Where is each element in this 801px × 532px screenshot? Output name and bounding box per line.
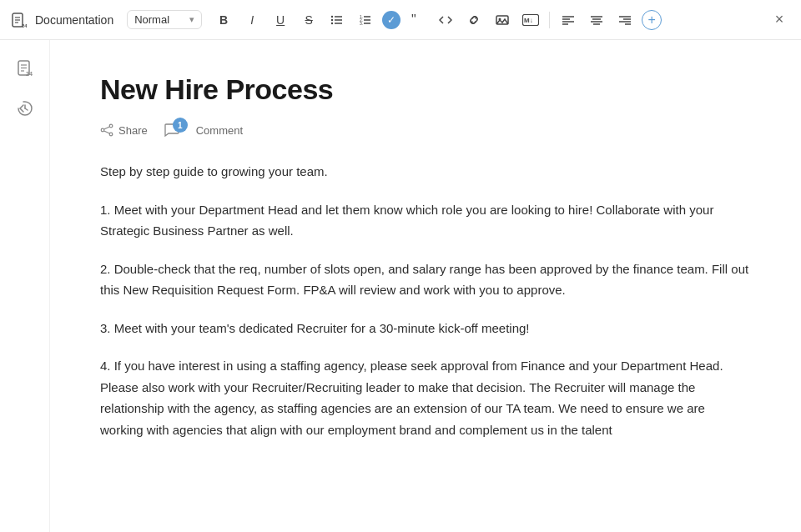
paragraph-4: 3. Meet with your team's dedicated Recru… <box>100 318 751 339</box>
comment-badge: 1 <box>173 118 188 133</box>
toolbar: 24 Documentation Normal ▾ B I U S 1. 2. … <box>0 0 801 40</box>
paragraph-5: 4. If you have interest in using a staff… <box>100 355 751 440</box>
document-icon: 24 <box>10 12 27 28</box>
svg-point-7 <box>331 22 333 23</box>
svg-text:3.: 3. <box>360 20 363 25</box>
svg-text:": " <box>411 13 416 27</box>
main-layout: 24 New Hire Process <box>0 40 801 532</box>
image-button[interactable] <box>491 8 514 32</box>
sidebar-document-icon[interactable]: 24 <box>10 53 40 83</box>
underline-button[interactable]: U <box>269 8 292 32</box>
add-circle-button[interactable]: + <box>642 10 662 30</box>
comment-label: Comment <box>196 124 243 137</box>
blockquote-button[interactable]: " <box>406 8 429 32</box>
sidebar: 24 <box>0 40 50 532</box>
markdown-button[interactable]: M↓ <box>519 8 542 32</box>
document-actions: Share 1 Comment <box>100 123 751 138</box>
comment-button[interactable]: 1 Comment <box>164 123 243 138</box>
svg-point-6 <box>331 18 333 20</box>
link-button[interactable] <box>462 8 486 32</box>
svg-point-42 <box>109 133 113 136</box>
toolbar-divider <box>549 12 550 28</box>
toolbar-title: Documentation <box>35 13 113 27</box>
sidebar-history-icon[interactable] <box>10 93 40 123</box>
align-left-button[interactable] <box>557 8 580 32</box>
paragraph-3: 2. Double-check that the req, number of … <box>100 258 751 301</box>
paragraph-2: 1. Meet with your Department Head and le… <box>100 199 751 242</box>
document-body: Step by step guide to growing your team.… <box>100 161 751 440</box>
align-center-button[interactable] <box>585 8 608 32</box>
italic-button[interactable]: I <box>240 8 264 32</box>
svg-line-44 <box>104 127 110 129</box>
share-label: Share <box>118 124 148 137</box>
svg-point-41 <box>109 124 113 128</box>
svg-text:24: 24 <box>26 71 33 77</box>
paragraph-1: Step by step guide to growing your team. <box>100 161 751 183</box>
close-button[interactable]: × <box>768 8 791 32</box>
strikethrough-button[interactable]: S <box>297 8 320 32</box>
document-content: New Hire Process Share 1 Comment <box>50 40 801 532</box>
code-button[interactable] <box>434 8 457 32</box>
svg-line-40 <box>25 108 28 110</box>
bold-button[interactable]: B <box>212 8 235 32</box>
chevron-down-icon: ▾ <box>189 14 194 25</box>
svg-text:24: 24 <box>22 23 27 28</box>
svg-point-5 <box>331 15 333 17</box>
align-right-button[interactable] <box>613 8 637 32</box>
svg-line-45 <box>104 131 110 133</box>
svg-text:M↓: M↓ <box>524 17 533 24</box>
style-dropdown[interactable]: Normal ▾ <box>127 10 202 29</box>
style-label: Normal <box>134 13 169 26</box>
share-button[interactable]: Share <box>100 123 148 137</box>
check-done-icon[interactable]: ✓ <box>382 11 400 29</box>
svg-point-43 <box>101 128 104 132</box>
document-title: New Hire Process <box>100 73 751 106</box>
unordered-list-button[interactable] <box>325 8 349 32</box>
ordered-list-button[interactable]: 1. 2. 3. <box>354 8 377 32</box>
